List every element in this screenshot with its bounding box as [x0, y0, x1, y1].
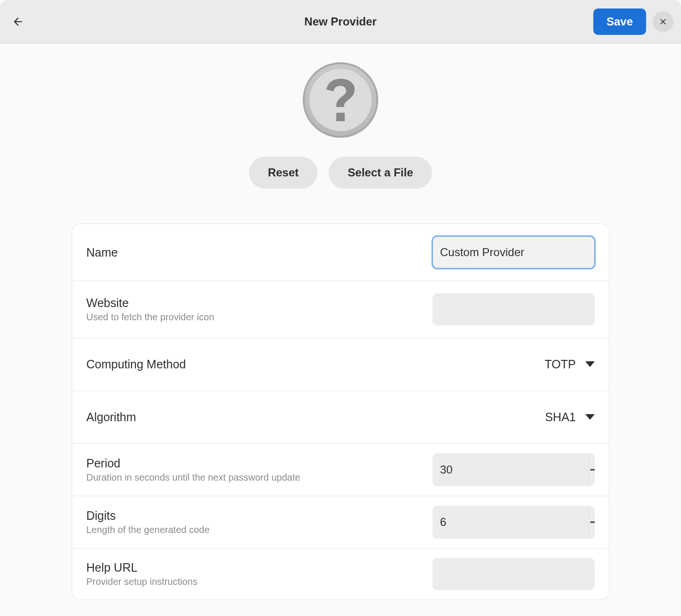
provider-icon-placeholder[interactable] [303, 62, 378, 138]
period-minus-button[interactable] [589, 453, 595, 486]
website-label: Website [86, 296, 214, 310]
algorithm-value: SHA1 [545, 410, 576, 424]
select-file-button[interactable]: Select a File [329, 157, 432, 189]
digits-subtitle: Length of the generated code [86, 524, 209, 535]
minus-icon [589, 465, 595, 475]
chevron-down-icon [585, 414, 595, 421]
name-label: Name [86, 246, 118, 259]
period-subtitle: Duration in seconds until the next passw… [86, 472, 300, 483]
digits-label: Digits [86, 509, 209, 523]
question-mark-icon [324, 79, 357, 121]
period-label: Period [86, 457, 300, 470]
name-input[interactable] [432, 236, 595, 268]
row-help-url: Help URL Provider setup instructions [72, 549, 609, 599]
minus-icon [589, 517, 595, 527]
digits-input[interactable] [432, 506, 589, 539]
save-button[interactable]: Save [593, 8, 646, 35]
form-card: Name Website Used to fetch the provider … [72, 224, 609, 600]
period-stepper [432, 453, 595, 486]
content-area: Reset Select a File Name Website Used to… [0, 43, 681, 616]
computing-method-dropdown[interactable]: TOTP [545, 358, 595, 371]
headerbar: New Provider Save [0, 0, 681, 43]
digits-minus-button[interactable] [589, 506, 595, 539]
digits-stepper [432, 506, 595, 539]
window: New Provider Save Reset Select a File [0, 0, 681, 616]
row-computing-method[interactable]: Computing Method TOTP [72, 338, 609, 391]
help-url-subtitle: Provider setup instructions [86, 576, 198, 587]
svg-rect-0 [590, 469, 595, 471]
back-button[interactable] [8, 11, 28, 32]
chevron-down-icon [585, 361, 595, 368]
row-algorithm[interactable]: Algorithm SHA1 [72, 391, 609, 444]
website-subtitle: Used to fetch the provider icon [86, 312, 214, 323]
row-name: Name [72, 224, 609, 281]
icon-buttons: Reset Select a File [249, 157, 432, 189]
algorithm-dropdown[interactable]: SHA1 [545, 410, 595, 424]
arrow-left-icon [12, 16, 24, 28]
period-input[interactable] [432, 453, 589, 486]
close-button[interactable] [653, 11, 673, 32]
algorithm-label: Algorithm [86, 410, 136, 424]
svg-rect-3 [590, 522, 595, 523]
page-title: New Provider [304, 15, 376, 28]
help-url-input[interactable] [432, 558, 595, 590]
help-url-label: Help URL [86, 561, 198, 574]
row-website: Website Used to fetch the provider icon [72, 281, 609, 338]
icon-area: Reset Select a File [0, 62, 681, 189]
row-period: Period Duration in seconds until the nex… [72, 444, 609, 496]
reset-button[interactable]: Reset [249, 157, 317, 189]
computing-method-label: Computing Method [86, 358, 186, 371]
website-input[interactable] [432, 293, 595, 325]
computing-method-value: TOTP [545, 358, 576, 371]
close-icon [658, 17, 668, 26]
row-digits: Digits Length of the generated code [72, 496, 609, 549]
